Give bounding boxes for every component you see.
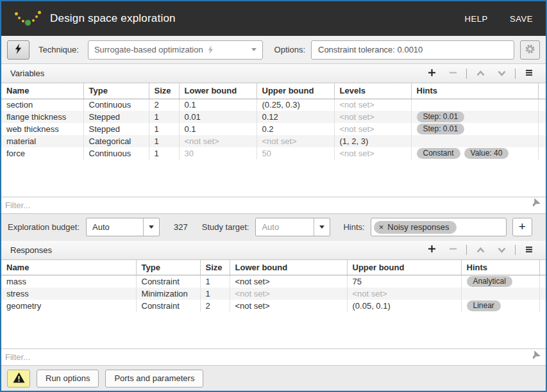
column-header: Name <box>1 83 83 99</box>
page-title: Design space exploration <box>50 12 176 25</box>
table-cell[interactable]: Constraint <box>136 275 200 288</box>
remove-variable-button[interactable] <box>445 67 460 81</box>
hints-cell[interactable] <box>411 99 538 111</box>
table-cell[interactable]: 75 <box>347 275 461 288</box>
table-row[interactable]: forceContinuous13050<not set>ConstantVal… <box>1 147 546 159</box>
table-row[interactable]: stressMinimization1<not set><not set> <box>1 288 546 300</box>
plus-icon <box>428 245 436 255</box>
column-header: Hints <box>411 83 538 99</box>
table-cell[interactable]: force <box>1 147 83 159</box>
table-cell[interactable]: Continuous <box>83 147 149 159</box>
ports-and-parameters-button[interactable]: Ports and parameters <box>105 370 203 388</box>
table-cell[interactable]: flange thickness <box>1 111 83 123</box>
table-cell[interactable]: 0.1 <box>179 123 257 135</box>
table-cell[interactable]: <not set> <box>230 288 347 300</box>
smart-selection-button[interactable] <box>7 40 29 60</box>
table-cell[interactable]: material <box>1 135 83 147</box>
table-cell[interactable]: <not set> <box>347 288 461 300</box>
table-cell[interactable]: 1 <box>200 275 230 288</box>
minus-icon <box>449 69 457 79</box>
filter-funnel-icon <box>529 350 541 364</box>
table-row[interactable]: web thicknessStepped10.10.2<not set>Step… <box>1 123 546 135</box>
table-cell[interactable]: <not set> <box>334 111 411 123</box>
move-variable-up-button[interactable] <box>473 67 488 81</box>
table-cell[interactable]: (0.05, 0.1) <box>347 300 461 312</box>
move-response-down-button[interactable] <box>494 243 509 257</box>
hints-cell[interactable] <box>461 288 539 300</box>
responses-filter-input[interactable] <box>5 352 529 362</box>
save-button[interactable]: SAVE <box>510 14 533 24</box>
warnings-button[interactable] <box>7 370 30 388</box>
table-cell[interactable]: 50 <box>257 147 334 159</box>
remove-tag-icon[interactable]: × <box>379 223 384 231</box>
table-cell[interactable]: web thickness <box>1 123 83 135</box>
divider <box>466 69 467 79</box>
table-cell[interactable]: <not set> <box>230 275 347 288</box>
table-cell[interactable]: 0.2 <box>257 123 334 135</box>
table-row[interactable]: geometryConstraint2<not set>(0.05, 0.1)L… <box>1 300 546 312</box>
table-cell[interactable]: <not set> <box>334 123 411 135</box>
table-row[interactable]: sectionContinuous20.1(0.25, 0.3)<not set… <box>1 99 546 111</box>
add-response-button[interactable] <box>424 243 439 257</box>
table-cell[interactable]: Constraint <box>136 300 200 312</box>
chevron-down-icon <box>498 245 506 255</box>
budget-bar: Exploration budget: Auto 327 Study targe… <box>1 213 546 241</box>
lightning-icon <box>15 44 22 56</box>
table-cell[interactable]: section <box>1 99 83 111</box>
table-row[interactable]: materialCategorical1<not set><not set>(1… <box>1 135 546 147</box>
variables-filter-input[interactable] <box>5 200 529 210</box>
table-cell[interactable]: <not set> <box>334 147 411 159</box>
table-cell[interactable]: 1 <box>200 288 230 300</box>
add-hint-button[interactable]: + <box>512 218 532 236</box>
table-cell[interactable]: 1 <box>149 111 179 123</box>
table-cell[interactable]: Continuous <box>83 99 149 111</box>
hints-cell[interactable]: Step: 0.01 <box>411 123 538 135</box>
table-cell[interactable]: mass <box>1 275 136 288</box>
hints-cell[interactable]: ConstantValue: 40 <box>411 147 538 159</box>
noisy-responses-tag: × Noisy responses <box>374 221 457 234</box>
table-cell[interactable]: 0.01 <box>179 111 257 123</box>
variables-header-row: NameTypeSizeLower boundUpper boundLevels… <box>1 83 546 99</box>
table-cell[interactable]: geometry <box>1 300 136 312</box>
table-cell[interactable]: 0.1 <box>179 99 257 111</box>
variables-menu-button[interactable] <box>521 67 537 81</box>
table-cell[interactable]: 1 <box>149 135 179 147</box>
add-variable-button[interactable] <box>424 67 439 81</box>
table-cell[interactable]: <not set> <box>257 135 334 147</box>
table-cell[interactable]: Categorical <box>83 135 149 147</box>
table-cell[interactable]: 30 <box>179 147 257 159</box>
hints-cell[interactable] <box>411 135 538 147</box>
table-cell[interactable]: 2 <box>149 99 179 111</box>
table-cell[interactable]: <not set> <box>334 99 411 111</box>
run-options-button[interactable]: Run options <box>37 370 99 388</box>
table-cell[interactable]: Stepped <box>83 111 149 123</box>
table-cell[interactable]: stress <box>1 288 136 300</box>
variables-toolbar <box>424 67 537 81</box>
table-cell[interactable]: <not set> <box>179 135 257 147</box>
remove-response-button[interactable] <box>445 243 460 257</box>
technique-select[interactable]: Surrogate-based optimization <box>88 40 263 60</box>
move-variable-down-button[interactable] <box>494 67 509 81</box>
table-cell[interactable]: 2 <box>200 300 230 312</box>
table-cell[interactable]: 0.12 <box>257 111 334 123</box>
hints-cell[interactable]: Linear <box>461 300 539 312</box>
table-cell[interactable]: Stepped <box>83 123 149 135</box>
table-cell[interactable]: 1 <box>149 123 179 135</box>
table-cell[interactable]: 1 <box>149 147 179 159</box>
table-row[interactable]: flange thicknessStepped10.010.12<not set… <box>1 111 546 123</box>
study-hints-field[interactable]: × Noisy responses <box>371 218 507 236</box>
options-input[interactable] <box>311 40 514 60</box>
options-gear-button[interactable] <box>520 40 540 60</box>
table-row[interactable]: massConstraint1<not set>75Analytical <box>1 275 546 288</box>
hints-cell[interactable]: Step: 0.01 <box>411 111 538 123</box>
table-cell[interactable]: Minimization <box>136 288 200 300</box>
table-cell[interactable]: (0.25, 0.3) <box>257 99 334 111</box>
responses-menu-button[interactable] <box>521 243 537 257</box>
exploration-budget-select[interactable]: Auto <box>86 218 160 236</box>
help-button[interactable]: HELP <box>465 14 488 24</box>
table-cell[interactable]: (1, 2, 3) <box>334 135 411 147</box>
study-target-select[interactable]: Auto <box>255 218 330 236</box>
table-cell[interactable]: <not set> <box>230 300 347 312</box>
hints-cell[interactable]: Analytical <box>461 275 539 288</box>
move-response-up-button[interactable] <box>473 243 488 257</box>
